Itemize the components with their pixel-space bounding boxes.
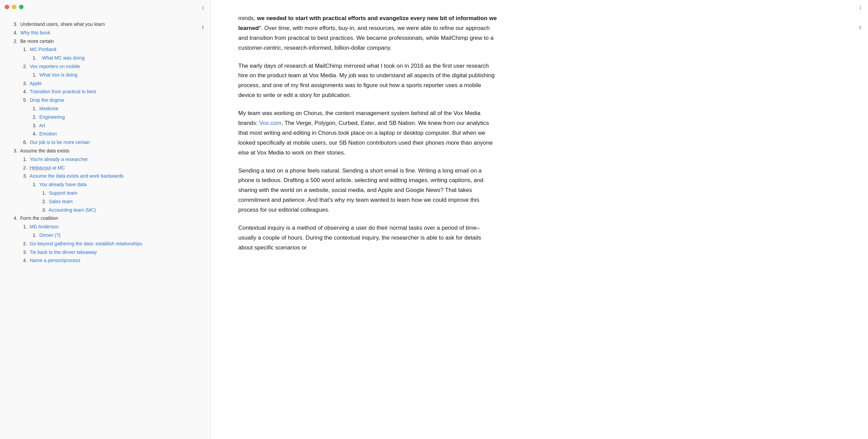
outline-link[interactable]: What MC was doing: [42, 55, 84, 61]
list-item: 4. Why this book: [14, 29, 204, 37]
info-icon[interactable]: ℹ: [857, 5, 863, 11]
outline-link[interactable]: You already have data: [39, 182, 86, 187]
list-item: 3. Accounting team (MC): [14, 206, 204, 214]
list-item: 3. Understand users, share what you lear…: [14, 20, 204, 29]
list-item: 1. You're already a researcher: [14, 156, 204, 164]
list-item: 1. You already have data: [14, 181, 204, 189]
item-number: 3.: [42, 207, 49, 213]
paragraph-1: minds, we needed to start with practical…: [238, 14, 497, 53]
item-number: 4.: [14, 215, 20, 221]
outline-link[interactable]: Dinner (?): [39, 232, 60, 238]
outline-link[interactable]: Our job is to be more certain: [30, 140, 90, 145]
list-item: 2. Helpscout at MC: [14, 164, 204, 172]
list-item: 1. Dinner (?): [14, 231, 204, 240]
item-number: 1.: [33, 106, 39, 111]
list-item: 2. Engineering: [14, 113, 204, 121]
outline-link[interactable]: Engineering: [39, 114, 65, 120]
outline-link[interactable]: MD Anderson: [30, 224, 59, 229]
list-item: 4. Name a person/process: [14, 257, 204, 265]
item-number: 3.: [14, 148, 20, 153]
list-item: 2. Be more certain: [14, 37, 204, 46]
item-number: 2.: [23, 165, 30, 170]
item-number: 2.: [23, 241, 30, 246]
outline-link[interactable]: Go beyond gathering the data: establish …: [30, 241, 142, 246]
app-window: ℹ ⬆ 3. Understand users, share what you …: [0, 0, 868, 439]
item-label: Assume the data exists: [20, 148, 69, 153]
outline-link[interactable]: Name a person/process: [30, 258, 80, 263]
item-number: 5.: [23, 97, 30, 103]
item-number: 3.: [23, 81, 30, 86]
outline-link[interactable]: Drop the dogma: [30, 97, 64, 103]
item-number: 1.: [33, 232, 39, 238]
list-item: 3. Assume the data exists and work backw…: [14, 172, 204, 180]
list-item: 6. Our job is to be more certain: [14, 139, 204, 147]
sidebar-toolbar: ℹ ⬆: [200, 5, 206, 31]
item-number: 2.: [42, 199, 49, 204]
outline-link[interactable]: Vox reporters on mobile: [30, 64, 80, 69]
fullscreen-button[interactable]: [19, 5, 23, 9]
list-item: 4. Transition from practical to best: [14, 88, 204, 96]
paragraph-2: The early days of research at MailChimp …: [238, 61, 497, 101]
outline-link[interactable]: Emotion: [39, 131, 57, 136]
close-button[interactable]: [5, 5, 9, 9]
outline-link[interactable]: Sales team: [49, 199, 73, 204]
outline-link[interactable]: Assume the data exists and work backward…: [30, 173, 124, 179]
outline-link[interactable]: Support team: [49, 190, 77, 196]
item-number: 3.: [23, 249, 30, 255]
list-item: 1. What Vox is doing: [14, 71, 204, 79]
outline-link[interactable]: Art: [39, 123, 45, 128]
outline-container: 3. Understand users, share what you lear…: [14, 20, 204, 265]
outline-link[interactable]: Tie back to the dinner takeaway: [30, 249, 97, 255]
item-number: 4.: [23, 89, 30, 94]
outline-link[interactable]: Helpscout at MC: [30, 165, 65, 170]
content-toolbar: ℹ ⬆: [857, 5, 863, 31]
item-number: 1.: [23, 47, 30, 52]
list-item: 1. Support team: [14, 189, 204, 197]
item-number: 1.: [23, 157, 30, 162]
outline-link[interactable]: MC Portland: [30, 47, 56, 52]
item-number: 1.: [33, 55, 42, 61]
outline-link[interactable]: Apple: [30, 81, 42, 86]
list-item: 1. MC Portland: [14, 46, 204, 54]
list-item: 2. Vox reporters on mobile: [14, 63, 204, 71]
outline-link[interactable]: Why this book: [20, 30, 50, 35]
item-number: 4.: [23, 258, 30, 263]
item-number: 2.: [33, 114, 39, 120]
traffic-lights: [5, 5, 23, 9]
share-icon[interactable]: ⬆: [200, 25, 206, 31]
outline-link[interactable]: You're already a researcher: [30, 157, 88, 162]
list-item: 1. What MC was doing: [14, 54, 204, 62]
item-number: 3.: [14, 21, 20, 27]
list-item: 3. Apple: [14, 80, 204, 88]
share-icon[interactable]: ⬆: [857, 25, 863, 31]
content-body: minds, we needed to start with practical…: [238, 14, 497, 253]
list-item: 3. Assume the data exists: [14, 147, 204, 155]
outline-link[interactable]: Accounting team (MC): [49, 207, 96, 213]
minimize-button[interactable]: [12, 5, 16, 9]
vox-link[interactable]: Vox.com: [259, 120, 281, 126]
list-item: 1. MD Anderson: [14, 223, 204, 231]
outline-link[interactable]: Transition from practical to best: [30, 89, 96, 94]
content-panel: ℹ ⬆ minds, we needed to start with pract…: [211, 0, 868, 439]
list-item: 1. Medicine: [14, 105, 204, 113]
bold-text: we needed to start with practical effort…: [238, 15, 497, 31]
item-number: 3.: [33, 123, 39, 128]
list-item: 5. Drop the dogma: [14, 96, 204, 104]
item-label: Form the coalition: [20, 215, 58, 221]
list-item: 4. Form the coalition: [14, 214, 204, 223]
list-item: 4. Emotion: [14, 130, 204, 138]
item-label: Be more certain: [20, 38, 54, 44]
item-number: 2.: [14, 38, 20, 44]
item-number: 4.: [33, 131, 39, 136]
list-item: 2. Go beyond gathering the data: establi…: [14, 240, 204, 248]
item-number: 3.: [23, 173, 30, 179]
list-item: 3. Art: [14, 122, 204, 130]
paragraph-4: Sending a text on a phone feels natural.…: [238, 166, 497, 215]
info-icon[interactable]: ℹ: [200, 5, 206, 11]
item-label-underlined: Helpscout: [30, 165, 51, 170]
outline-link[interactable]: Medicine: [39, 106, 58, 111]
outline-list: 3. Understand users, share what you lear…: [14, 20, 204, 265]
outline-link[interactable]: What Vox is doing: [39, 72, 77, 78]
list-item: 3. Tie back to the dinner takeaway: [14, 248, 204, 257]
list-item: 2. Sales team: [14, 198, 204, 206]
